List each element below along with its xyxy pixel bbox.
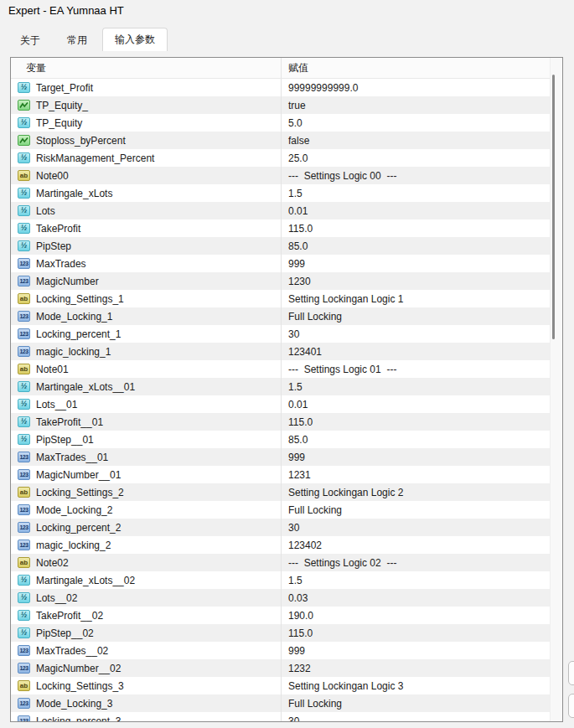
table-row[interactable]: abLocking_Settings_1Setting Lockingan Lo… (11, 290, 562, 307)
double-param-icon: ½ (18, 152, 30, 163)
table-row[interactable]: 123MagicNumber1230 (11, 272, 562, 290)
value-cell[interactable]: Full Locking (281, 501, 562, 519)
double-param-icon: ½ (18, 592, 30, 603)
value-cell[interactable]: 115.0 (281, 413, 562, 431)
table-row[interactable]: 123Mode_Locking_2Full Locking (11, 501, 562, 519)
value-cell[interactable]: 123402 (281, 536, 562, 554)
table-row[interactable]: 123MaxTrades__02999 (11, 642, 562, 659)
tab-input-parameters[interactable]: 输入参数 (102, 28, 168, 51)
vertical-scrollbar[interactable] (550, 58, 562, 721)
table-row[interactable]: 123magic_locking_2123402 (11, 536, 562, 554)
table-row[interactable]: ½RiskManagement_Percent25.0 (11, 149, 562, 167)
string-param-icon: ab (18, 170, 30, 181)
value-cell[interactable]: 123401 (281, 343, 562, 360)
value-cell[interactable]: Full Locking (281, 694, 562, 712)
int-param-icon: 123 (18, 698, 30, 709)
value-cell[interactable]: true (281, 96, 562, 114)
value-cell[interactable]: 999 (281, 448, 562, 466)
variable-name: TP_Equity (36, 117, 82, 129)
value-cell[interactable]: 1.5 (281, 571, 562, 589)
value-cell[interactable]: 1232 (281, 659, 562, 677)
value-cell[interactable]: 85.0 (281, 431, 562, 448)
table-row[interactable]: ½Martingale_xLots__021.5 (11, 571, 562, 589)
tab-common[interactable]: 常用 (55, 30, 99, 51)
value-cell[interactable]: Setting Lockingan Logic 3 (281, 677, 562, 694)
value-cell[interactable]: 5.0 (281, 114, 562, 132)
table-row[interactable]: ½Lots__020.03 (11, 589, 562, 607)
value-cell[interactable]: 99999999999.0 (281, 79, 562, 96)
int-param-icon: 123 (18, 540, 30, 550)
value-cell[interactable]: false (281, 132, 562, 149)
table-row[interactable]: 123MagicNumber__011231 (11, 466, 562, 483)
table-row[interactable]: ½PipStep__02115.0 (11, 624, 562, 642)
variable-name: Stoploss_byPercent (36, 135, 126, 147)
double-param-icon: ½ (18, 381, 30, 392)
column-header-variable[interactable]: 变量 (11, 61, 281, 75)
value-cell[interactable]: 1231 (281, 466, 562, 483)
value-cell[interactable]: 115.0 (281, 624, 562, 642)
table-row[interactable]: ½PipStep85.0 (11, 237, 562, 255)
value-cell[interactable]: 1.5 (281, 184, 562, 202)
table-row[interactable]: ½TP_Equity5.0 (11, 114, 562, 132)
value-cell[interactable]: Setting Lockingan Logic 2 (281, 483, 562, 501)
value-cell[interactable]: --- Settings Logic 00 --- (281, 167, 562, 184)
value-cell[interactable]: 30 (281, 519, 562, 536)
table-row[interactable]: ½Target_Profit99999999999.0 (11, 79, 562, 96)
table-row[interactable]: ½Martingale_xLots1.5 (11, 184, 562, 202)
table-row[interactable]: abLocking_Settings_2Setting Lockingan Lo… (11, 483, 562, 501)
variable-cell: ½PipStep__02 (11, 624, 281, 642)
table-row[interactable]: ½Martingale_xLots__011.5 (11, 378, 562, 395)
variable-cell: 123MaxTrades__01 (11, 448, 281, 466)
value-cell[interactable]: 25.0 (281, 149, 562, 167)
column-header-value[interactable]: 赋值 (281, 58, 562, 78)
table-row[interactable]: 123Mode_Locking_1Full Locking (11, 307, 562, 325)
value-cell[interactable]: --- Settings Logic 01 --- (281, 360, 562, 378)
value-cell[interactable]: 115.0 (281, 219, 562, 237)
table-row[interactable]: ½Lots0.01 (11, 202, 562, 219)
string-param-icon: ab (18, 364, 30, 374)
value-cell[interactable]: 999 (281, 255, 562, 272)
parameters-table: 变量 赋值 ½Target_Profit99999999999.0TP_Equi… (10, 57, 563, 722)
table-row[interactable]: Stoploss_byPercentfalse (11, 132, 562, 149)
table-row[interactable]: ½Lots__010.01 (11, 395, 562, 413)
table-row[interactable]: ½TakeProfit__01115.0 (11, 413, 562, 431)
value-cell[interactable]: Full Locking (281, 307, 562, 325)
table-row[interactable]: ½TakeProfit__02190.0 (11, 607, 562, 624)
tab-about[interactable]: 关于 (8, 30, 52, 51)
bool-param-icon (18, 100, 30, 111)
scrollbar-thumb[interactable] (552, 75, 555, 339)
table-row[interactable]: 123MaxTrades999 (11, 255, 562, 272)
value-cell[interactable]: 1.5 (281, 378, 562, 395)
value-cell[interactable]: 0.03 (281, 589, 562, 607)
table-row[interactable]: ½TakeProfit115.0 (11, 219, 562, 237)
partial-button-2[interactable] (568, 694, 574, 718)
table-row[interactable]: 123Locking_percent_130 (11, 325, 562, 343)
table-row[interactable]: 123magic_locking_1123401 (11, 343, 562, 360)
table-row[interactable]: 123Mode_Locking_3Full Locking (11, 694, 562, 712)
table-row[interactable]: abLocking_Settings_3Setting Lockingan Lo… (11, 677, 562, 694)
value-cell[interactable]: 30 (281, 712, 562, 721)
table-row[interactable]: 123MagicNumber__021232 (11, 659, 562, 677)
value-cell[interactable]: 30 (281, 325, 562, 343)
int-param-icon: 123 (18, 715, 30, 721)
variable-name: TakeProfit__02 (36, 610, 103, 622)
variable-name: Mode_Locking_1 (36, 311, 112, 323)
table-row[interactable]: abNote00--- Settings Logic 00 --- (11, 167, 562, 184)
value-cell[interactable]: 85.0 (281, 237, 562, 255)
partial-button-1[interactable] (568, 661, 574, 685)
table-row[interactable]: ½PipStep__0185.0 (11, 431, 562, 448)
value-cell[interactable]: Setting Lockingan Logic 1 (281, 290, 562, 307)
value-cell[interactable]: 190.0 (281, 607, 562, 624)
table-row[interactable]: TP_Equity_true (11, 96, 562, 114)
value-cell[interactable]: 999 (281, 642, 562, 659)
table-row[interactable]: abNote02--- Settings Logic 02 --- (11, 554, 562, 571)
table-row[interactable]: abNote01--- Settings Logic 01 --- (11, 360, 562, 378)
table-row[interactable]: 123Locking_percent_330 (11, 712, 562, 721)
value-cell[interactable]: 1230 (281, 272, 562, 290)
table-row[interactable]: 123Locking_percent_230 (11, 519, 562, 536)
value-cell[interactable]: 0.01 (281, 202, 562, 219)
value-cell[interactable]: 0.01 (281, 395, 562, 413)
variable-cell: abLocking_Settings_1 (11, 290, 281, 307)
table-row[interactable]: 123MaxTrades__01999 (11, 448, 562, 466)
value-cell[interactable]: --- Settings Logic 02 --- (281, 554, 562, 571)
